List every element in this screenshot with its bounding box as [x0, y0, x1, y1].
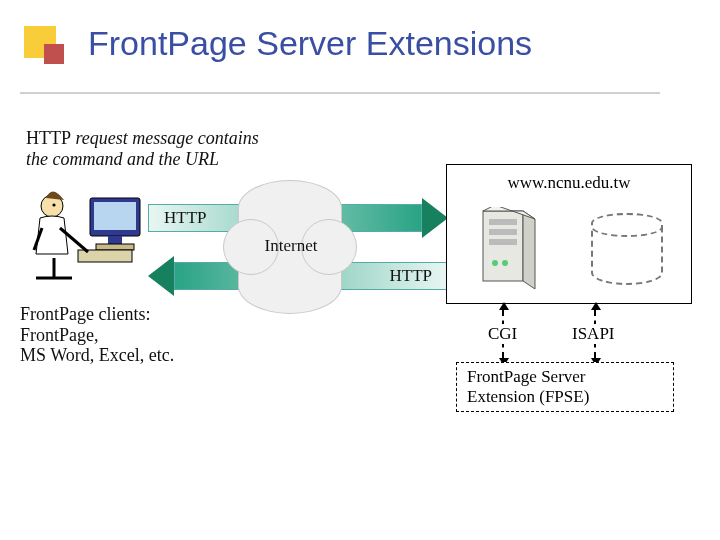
svg-marker-8	[523, 211, 535, 289]
arrow-response-label: HTTP	[390, 266, 433, 286]
svg-rect-12	[489, 239, 517, 245]
note-italic-1: request message contains	[71, 128, 259, 148]
svg-rect-2	[108, 236, 122, 244]
note-plain: HTTP	[26, 128, 71, 148]
server-box: www.ncnu.edu.tw	[446, 164, 692, 304]
svg-point-14	[502, 260, 508, 266]
svg-rect-3	[96, 244, 134, 250]
fpse-l2: Extension (FPSE)	[467, 387, 589, 406]
http-request-note: HTTP request message contains the comman…	[26, 128, 286, 169]
isapi-label: ISAPI	[568, 324, 619, 344]
clients-l2: FrontPage,	[20, 325, 99, 345]
slide: FrontPage Server Extensions HTTP request…	[0, 0, 720, 540]
server-domain: www.ncnu.edu.tw	[447, 173, 691, 193]
database-cylinder-icon	[591, 213, 663, 285]
clients-l1: FrontPage clients:	[20, 304, 150, 324]
clients-note: FrontPage clients: FrontPage, MS Word, E…	[20, 304, 240, 366]
slide-title: FrontPage Server Extensions	[88, 24, 532, 63]
svg-point-6	[52, 203, 55, 206]
user-at-computer-icon	[28, 188, 158, 288]
svg-rect-1	[94, 202, 136, 230]
title-bullet-red	[44, 44, 64, 64]
svg-rect-10	[489, 219, 517, 225]
svg-point-13	[492, 260, 498, 266]
note-italic-2: the command and the URL	[26, 149, 219, 169]
internet-label: Internet	[256, 236, 326, 256]
svg-rect-11	[489, 229, 517, 235]
arrow-request-label: HTTP	[164, 208, 207, 228]
cgi-label: CGI	[484, 324, 521, 344]
fpse-box: FrontPage Server Extension (FPSE)	[456, 362, 674, 412]
fpse-l1: FrontPage Server	[467, 367, 586, 386]
server-tower-icon	[477, 207, 541, 289]
clients-l3: MS Word, Excel, etc.	[20, 345, 174, 365]
title-underline	[20, 92, 660, 94]
